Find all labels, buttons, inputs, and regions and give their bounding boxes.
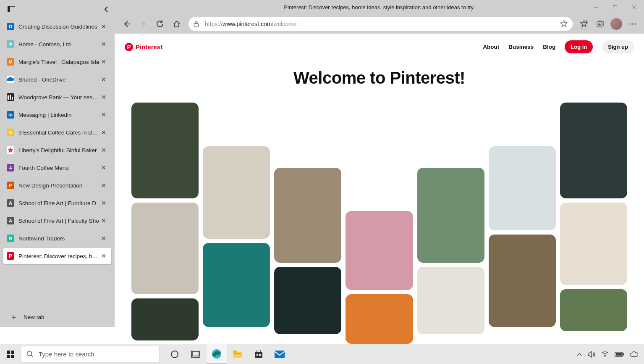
pin-image[interactable] [417, 267, 484, 334]
pinterest-logo[interactable]: P Pinterest [125, 43, 162, 51]
refresh-button[interactable] [152, 16, 168, 32]
tab-close-button[interactable]: ✕ [99, 76, 108, 83]
back-button[interactable] [119, 16, 134, 32]
tab-close-button[interactable]: ✕ [99, 111, 108, 118]
tab-item[interactable]: 4Fourth Coffee Menu✕ [3, 160, 111, 176]
gallery-column [489, 103, 556, 344]
start-button[interactable] [0, 344, 21, 364]
tab-item[interactable]: OCreating Discussion Guidelines✕ [3, 18, 111, 34]
gallery-column [560, 103, 627, 344]
tab-favicon: O [7, 23, 14, 30]
tab-item[interactable]: Liberty's Delightful Sinful Baker✕ [3, 142, 111, 158]
tab-item[interactable]: PNew Design Presentation✕ [3, 177, 111, 193]
address-bar[interactable]: https://www.pinterest.com/welcome [188, 17, 573, 31]
tab-close-button[interactable]: ✕ [99, 94, 108, 100]
tab-favicon [7, 146, 14, 154]
svg-rect-33 [257, 354, 258, 356]
pin-image[interactable] [131, 203, 199, 294]
tab-close-button[interactable]: ✕ [99, 129, 108, 136]
lock-icon [194, 21, 199, 27]
tab-close-button[interactable]: ✕ [99, 58, 108, 65]
tab-label: New Design Presentation [18, 182, 99, 189]
taskbar-edge-icon[interactable] [207, 344, 227, 364]
nav-about[interactable]: About [483, 44, 499, 50]
tab-close-button[interactable]: ✕ [99, 182, 108, 189]
pin-image[interactable] [560, 289, 627, 331]
brand-text: Pinterest [136, 43, 162, 50]
pin-image[interactable] [131, 298, 199, 340]
tab-item[interactable]: PPinterest: Discover recipes, hom✕ [3, 248, 111, 264]
tab-close-button[interactable]: ✕ [99, 164, 108, 171]
pin-image[interactable] [346, 211, 413, 290]
pin-image[interactable] [346, 294, 413, 344]
svg-rect-38 [623, 353, 624, 355]
tray-onedrive-icon[interactable] [630, 351, 638, 357]
reading-view-icon[interactable] [560, 20, 568, 28]
pin-image[interactable] [417, 168, 484, 263]
tab-item[interactable]: ASchool of Fine Art | Furniture D✕ [3, 195, 111, 211]
home-button[interactable] [169, 16, 184, 32]
taskbar-explorer-icon[interactable] [228, 344, 248, 364]
window-minimize-button[interactable] [586, 0, 605, 14]
taskbar-cortana-icon[interactable] [165, 344, 185, 364]
pin-image[interactable] [274, 168, 341, 263]
tab-close-button[interactable]: ✕ [99, 41, 108, 47]
login-button[interactable]: Log in [565, 40, 593, 53]
pin-image[interactable] [203, 243, 270, 327]
svg-rect-30 [233, 351, 237, 353]
tab-close-button[interactable]: ✕ [99, 217, 108, 224]
profile-avatar[interactable] [610, 18, 622, 30]
taskbar-store-icon[interactable] [249, 344, 269, 364]
pin-image[interactable] [489, 146, 556, 230]
svg-rect-4 [12, 97, 13, 100]
tab-item[interactable]: NNorthwind Traders✕ [3, 230, 111, 246]
svg-rect-35 [275, 351, 285, 358]
tab-close-button[interactable]: ✕ [99, 200, 108, 206]
tray-battery-icon[interactable] [615, 352, 624, 357]
svg-rect-20 [11, 355, 14, 358]
favorites-button[interactable] [577, 17, 591, 31]
gallery-column [417, 103, 484, 344]
tab-item[interactable]: inMessaging | Linkedin✕ [3, 107, 111, 123]
collections-button[interactable] [593, 17, 607, 31]
tab-item[interactable]: Woodgrove Bank — Your sessio✕ [3, 89, 111, 105]
taskbar-mail-icon[interactable] [270, 344, 290, 364]
tab-item[interactable]: 99 Essential Coffee Cafes in Dow✕ [3, 124, 111, 140]
pin-image[interactable] [560, 103, 627, 198]
pin-image[interactable] [131, 103, 199, 198]
tab-close-button[interactable]: ✕ [99, 23, 108, 30]
pin-image[interactable] [560, 203, 627, 285]
pin-image[interactable] [274, 267, 341, 334]
taskbar-search[interactable]: Type here to search [21, 346, 160, 363]
window-maximize-button[interactable] [605, 0, 625, 14]
pin-image[interactable] [203, 146, 270, 239]
tab-close-button[interactable]: ✕ [99, 235, 108, 242]
forward-button[interactable] [136, 16, 151, 32]
window-title: Pinterest: Discover recipes, home ideas,… [284, 4, 474, 11]
new-tab-button[interactable]: ＋ New tab [3, 309, 111, 325]
collapse-sidebar-button[interactable] [104, 6, 109, 12]
tabs-panel-icon[interactable] [8, 6, 15, 12]
tab-favicon: 9 [7, 129, 14, 136]
tray-wifi-icon[interactable] [601, 351, 609, 357]
site-header: P Pinterest About Business Blog Log in S… [115, 34, 644, 60]
nav-business[interactable]: Business [508, 44, 534, 50]
nav-blog[interactable]: Blog [543, 44, 555, 50]
taskbar-taskview-icon[interactable] [186, 344, 206, 364]
tab-close-button[interactable]: ✕ [99, 253, 108, 259]
window-titlebar: Pinterest: Discover recipes, home ideas,… [115, 0, 644, 14]
tab-item[interactable]: MMargie's Travel | Galapagos Isla✕ [3, 54, 111, 70]
tab-close-button[interactable]: ✕ [99, 147, 108, 153]
search-icon [26, 351, 34, 358]
svg-rect-6 [613, 5, 617, 9]
tray-volume-icon[interactable] [588, 351, 595, 358]
tab-item[interactable]: Shared - OneDrive✕ [3, 71, 111, 87]
more-menu-button[interactable] [626, 17, 640, 31]
window-close-button[interactable] [625, 0, 644, 14]
signup-button[interactable]: Sign up [602, 40, 634, 53]
tab-item[interactable]: ASchool of Fine Art | Falculty Sho✕ [3, 213, 111, 229]
pin-image[interactable] [489, 235, 556, 327]
tab-label: Northwind Traders [18, 235, 99, 242]
tab-item[interactable]: ✶Home - Contoso, Ltd✕ [3, 36, 111, 52]
tray-chevron-icon[interactable] [577, 353, 582, 356]
